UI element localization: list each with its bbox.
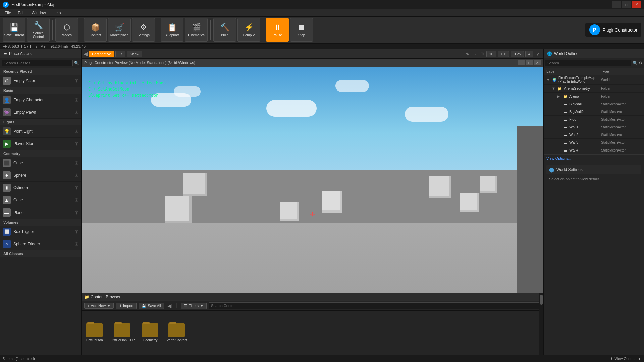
row-wall2-type: StaticMeshActor (601, 133, 641, 137)
menu-window[interactable]: Window (28, 10, 49, 16)
pause-button[interactable]: ⏸ Pause (266, 18, 289, 42)
import-button[interactable]: ⬆ Import (116, 303, 137, 309)
view-options-status[interactable]: 👁 View Options ▼ (610, 357, 642, 361)
save-all-button[interactable]: 💾 Save All (139, 303, 164, 309)
modes-button[interactable]: ⬡ Modes (55, 18, 78, 42)
stats-bar: FPS: 58.3 | 17.1 ms Mem: 912.64 mb 43:23… (0, 44, 644, 49)
place-actors-title: Place Actors (9, 51, 32, 56)
actor-cylinder[interactable]: ▮ Cylinder ⓘ (0, 182, 81, 194)
marketplace-button[interactable]: 🛒 Marketplace (108, 18, 131, 42)
vp-scale-value[interactable]: 0.25 (511, 51, 524, 57)
minimize-button[interactable]: − (612, 1, 621, 8)
preview-restore[interactable]: □ (526, 60, 533, 65)
scene-cube-right1 (429, 176, 451, 198)
actor-point-light[interactable]: 💡 Point Light ⓘ (0, 125, 81, 138)
settings-button[interactable]: ⚙ Settings (132, 18, 155, 42)
outliner-row-areageometry[interactable]: ▼ 📁 ArenaGeometry Folder (544, 85, 644, 93)
cylinder-info: ⓘ (75, 185, 78, 190)
toolbar: 💾 Save Current 🔧 Source Control ⬡ Modes … (0, 17, 644, 44)
outliner-row-arena[interactable]: ▶ 📁 Arena Folder (544, 93, 644, 100)
actor-cone[interactable]: ▲ Cone ⓘ (0, 194, 81, 206)
actor-sphere[interactable]: ● Sphere ⓘ (0, 169, 81, 182)
menu-bar: File Edit Window Help (0, 9, 644, 17)
view-options-link[interactable]: View Options... (546, 156, 571, 160)
row-wall4-type: StaticMeshActor (601, 148, 641, 152)
maximize-button[interactable]: □ (622, 1, 631, 8)
actor-empty-character[interactable]: 👤 Empty Character ⓘ (0, 94, 81, 106)
vp-arrow-icon[interactable]: ◀ (84, 51, 88, 57)
sphere-trigger-name: Sphere Trigger (13, 242, 72, 246)
stop-button[interactable]: ⏹ Stop (290, 18, 313, 42)
world-settings-header[interactable]: ⬤ World Settings (546, 165, 641, 174)
actor-empty-pawn[interactable]: 👾 Empty Pawn ⓘ (0, 106, 81, 119)
cone-icon: ▲ (3, 196, 11, 204)
source-control-button[interactable]: 🔧 Source Control (27, 18, 50, 42)
menu-file[interactable]: File (1, 10, 14, 16)
outliner-row-wall1[interactable]: ▬ Wall1 StaticMeshActor (544, 123, 644, 131)
search-classes-bar: 🔍 (0, 58, 81, 68)
arena-icon: 📁 (562, 94, 568, 99)
outliner-row-floor[interactable]: ▬ Floor StaticMeshActor (544, 116, 644, 123)
content-search-input[interactable] (209, 302, 541, 309)
cloud-5 (405, 107, 448, 122)
outliner-row-world[interactable]: ▼ 🌍 FirstPersonExampleMap (Play In EditW… (544, 75, 644, 85)
perspective-button[interactable]: Perspective (89, 51, 114, 57)
preview-close[interactable]: ✕ (534, 60, 541, 65)
actor-sphere-trigger[interactable]: ○ Sphere Trigger ⓘ (0, 238, 81, 250)
category-basic[interactable]: Basic (0, 87, 81, 94)
actor-plane[interactable]: ▬ Plane ⓘ (0, 206, 81, 219)
vp-maximize-icon[interactable]: ⤢ (535, 51, 541, 57)
row-world-type: World (601, 78, 641, 82)
folder-firstperson-cpp[interactable]: FirstPerson CPP (110, 323, 135, 342)
cb-scrollbar[interactable] (539, 311, 543, 355)
preview-minimize[interactable]: − (518, 60, 525, 65)
vp-grid-value[interactable]: 10 (486, 51, 496, 57)
outliner-icon: 🌐 (547, 51, 552, 56)
build-button[interactable]: 🔨 Build (213, 18, 236, 42)
menu-help[interactable]: Help (49, 10, 64, 16)
outliner-search-input[interactable] (545, 60, 631, 66)
actor-cube[interactable]: ⬛ Cube ⓘ (0, 157, 81, 169)
save-current-button[interactable]: 💾 Save Current (3, 18, 25, 42)
actor-box-trigger[interactable]: ⬜ Box Trigger ⓘ (0, 226, 81, 238)
menu-edit[interactable]: Edit (14, 10, 28, 16)
show-button[interactable]: Show (127, 51, 142, 57)
category-all-classes[interactable]: All Classes (0, 250, 81, 257)
filters-button[interactable]: ☰ Filters ▼ (181, 303, 207, 309)
folder-geometry[interactable]: Geometry (140, 323, 160, 342)
outliner-row-wall4[interactable]: ▬ Wall4 StaticMeshActor (544, 146, 644, 154)
save-icon: 💾 (10, 23, 19, 32)
category-geometry[interactable]: Geometry (0, 150, 81, 157)
cinematics-button[interactable]: 🎬 Cinematics (185, 18, 208, 42)
outliner-row-wall3[interactable]: ▬ Wall3 StaticMeshActor (544, 139, 644, 146)
wall3-icon: ▬ (562, 140, 568, 145)
back-arrow-icon[interactable]: ◀ (166, 303, 173, 309)
lit-button[interactable]: Lit (115, 51, 125, 57)
pause-icon: ⏸ (274, 23, 281, 32)
world-settings-detail: Select an object to view details (546, 174, 641, 184)
outliner-options-icon[interactable]: ⚙ (639, 61, 643, 65)
category-recently-placed[interactable]: Recently Placed (0, 68, 81, 75)
compile-button[interactable]: ⚡ Compile (237, 18, 260, 42)
category-lights[interactable]: Lights (0, 119, 81, 125)
blueprints-button[interactable]: 📋 Blueprints (161, 18, 183, 42)
outliner-row-wall2[interactable]: ▬ Wall2 StaticMeshActor (544, 131, 644, 139)
window-controls: − □ ✕ (612, 1, 641, 8)
folder-firstperson[interactable]: FirstPerson (84, 323, 104, 342)
vp-angle-value[interactable]: 10° (498, 51, 509, 57)
actor-player-start[interactable]: ▶ Player Start ⓘ (0, 138, 81, 150)
actor-empty-actor[interactable]: ⬡ Empty Actor ⓘ (0, 75, 81, 87)
row-floor-type: StaticMeshActor (601, 118, 641, 121)
outliner-row-bigwall2[interactable]: ▬ BigWall2 StaticMeshActor (544, 108, 644, 116)
search-classes-input[interactable] (2, 60, 73, 66)
add-new-button[interactable]: + Add New ▼ (84, 303, 114, 309)
folder-startercontent[interactable]: StarterContent (165, 323, 187, 342)
content-button[interactable]: 📦 Content (84, 18, 107, 42)
folder-geometry-label: Geometry (143, 338, 158, 342)
view-options-row[interactable]: View Options... (544, 154, 644, 162)
category-volumes[interactable]: Volumes (0, 219, 81, 226)
outliner-row-bigwall[interactable]: ▬ BigWall StaticMeshActor (544, 100, 644, 108)
close-button[interactable]: ✕ (632, 1, 641, 8)
vp-camera-speed[interactable]: 4 (525, 51, 533, 57)
app-icon: U (3, 2, 9, 8)
